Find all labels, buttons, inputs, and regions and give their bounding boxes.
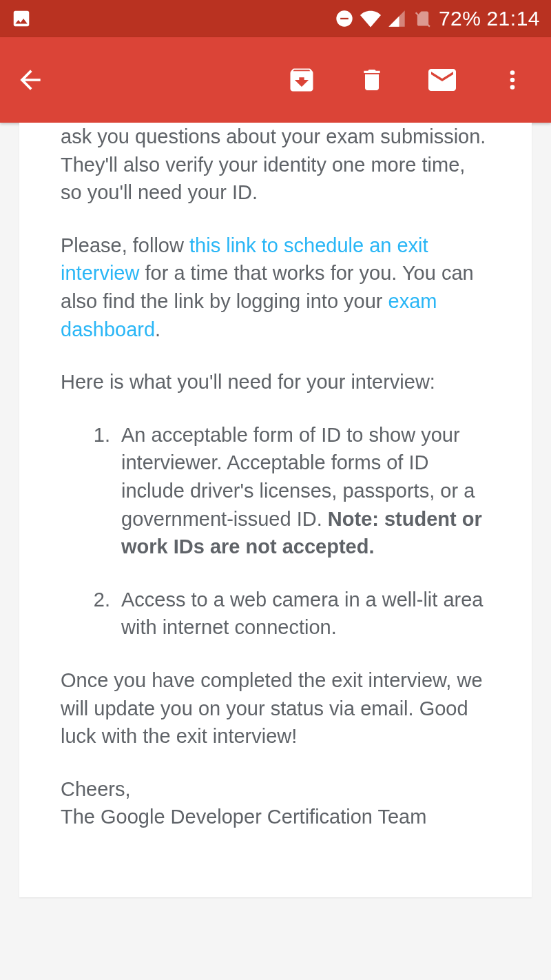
list-item: An acceptable form of ID to show your in… bbox=[116, 421, 490, 561]
cheers-line: Cheers, bbox=[61, 778, 131, 800]
back-button[interactable] bbox=[14, 63, 47, 96]
svg-rect-1 bbox=[340, 18, 349, 19]
svg-point-4 bbox=[510, 85, 515, 90]
email-paragraph: ask you questions about your exam submis… bbox=[61, 123, 490, 207]
time-text: 21:14 bbox=[486, 7, 540, 30]
picture-icon bbox=[11, 8, 32, 29]
content-area[interactable]: ask you questions about your exam submis… bbox=[0, 123, 551, 980]
text: Please, follow bbox=[61, 234, 189, 256]
email-paragraph: Here is what you'll need for your interv… bbox=[61, 368, 490, 396]
team-line: The Google Developer Certification Team bbox=[61, 806, 426, 828]
wifi-icon bbox=[360, 8, 381, 29]
signature: Cheers, The Google Developer Certificati… bbox=[61, 775, 490, 831]
svg-point-2 bbox=[510, 70, 515, 75]
status-bar: 72% 21:14 bbox=[0, 0, 551, 37]
email-body: ask you questions about your exam submis… bbox=[61, 123, 490, 831]
svg-point-3 bbox=[510, 78, 515, 83]
app-bar bbox=[0, 37, 551, 123]
email-paragraph: Please, follow this link to schedule an … bbox=[61, 232, 490, 343]
list-item: Access to a web camera in a well-lit are… bbox=[116, 586, 490, 642]
dnd-icon bbox=[334, 8, 355, 29]
mark-unread-button[interactable] bbox=[426, 63, 459, 96]
delete-button[interactable] bbox=[355, 63, 388, 96]
email-paragraph: Once you have completed the exit intervi… bbox=[61, 666, 490, 751]
battery-text: 72% bbox=[439, 7, 481, 30]
archive-button[interactable] bbox=[285, 63, 318, 96]
status-left bbox=[11, 8, 32, 29]
cell-signal-icon bbox=[386, 8, 407, 29]
requirements-list: An acceptable form of ID to show your in… bbox=[61, 421, 490, 642]
email-card: ask you questions about your exam submis… bbox=[19, 123, 532, 897]
text: . bbox=[155, 318, 160, 340]
status-right: 72% 21:14 bbox=[334, 7, 540, 30]
no-sim-icon bbox=[413, 8, 433, 29]
more-button[interactable] bbox=[496, 63, 529, 96]
